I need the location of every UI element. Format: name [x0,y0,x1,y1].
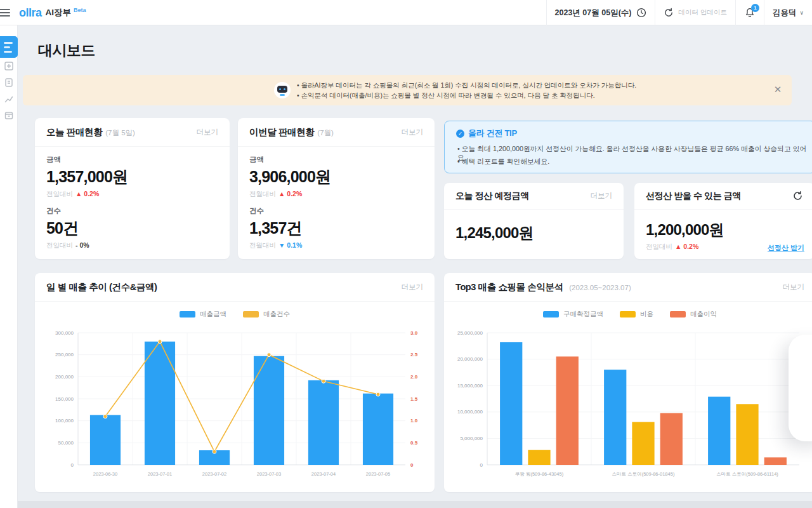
card-title: 오늘 정산 예정금액 [455,190,529,202]
sidebar-item-dashboard-active[interactable] [0,36,18,58]
notice-banner: • 올라AI장부 데이터는 각 쇼핑몰의 최근(최소 월 1회) 수집 시점의 … [23,75,792,105]
svg-text:0.5: 0.5 [410,440,418,446]
svg-text:스마트 스토어(509-86-61114): 스마트 스토어(509-86-61114) [716,471,778,477]
refresh-icon [664,8,674,18]
current-date-item: 2023년 07월 05일(수) [546,0,655,25]
sidebar [0,25,18,508]
chart-legend: 매출금액매출건수 [35,310,435,319]
svg-text:0: 0 [480,462,483,468]
svg-text:3.0: 3.0 [410,330,418,336]
svg-text:2023-07-04: 2023-07-04 [311,471,336,477]
sidebar-chart-icon[interactable] [4,94,14,104]
svg-text:15,000,000: 15,000,000 [457,383,483,389]
page-title: 대시보드 [38,41,95,60]
app-logo: ollra AI장부 Beta [19,0,86,25]
daily-sales-chart: 050,000100,000150,000200,000250,000300,0… [41,324,428,484]
today-sales-card: 오늘 판매현황(7월 5일) 더보기 금액 1,357,000원 전일대비▲ 0… [35,118,230,259]
chart-legend: 구매확정금액비용매출이익 [444,310,812,319]
svg-text:20,000,000: 20,000,000 [457,356,483,362]
amount-diff: 전월대비▲ 0.2% [249,190,423,199]
advance-amount: 1,200,000원 [634,211,812,240]
banner-line-2: • 손익분석 데이터(매출/비용)는 쇼핑몰 별 정산 시점에 따라 변경될 수… [297,90,636,100]
svg-text:100,000: 100,000 [55,418,74,424]
count-value: 50건 [46,218,218,239]
count-value: 1,357건 [249,218,423,239]
more-link[interactable]: 더보기 [197,128,219,137]
svg-text:0: 0 [71,462,74,468]
daily-sales-chart-card: 일 별 매출 추이 (건수&금액) 더보기 매출금액매출건수 050,00010… [35,273,435,492]
svg-text:10,000,000: 10,000,000 [457,409,483,415]
chart-title: 일 별 매출 추이 (건수&금액) [46,281,157,293]
svg-text:250,000: 250,000 [55,352,74,358]
amount-value: 3,906,000원 [249,166,423,187]
notification-badge: 1 [751,4,759,12]
svg-text:2023-07-05: 2023-07-05 [366,471,390,477]
advance-settlement-card: 선정산 받을 수 있는 금액 1,200,000원 전일대비▲ 0.2% 선정산… [634,183,812,259]
sidebar-ledger-icon[interactable] [4,61,14,71]
svg-text:스마트 스토어(509-86-01845): 스마트 스토어(509-86-01845) [612,471,675,477]
legend-item: 매출이익 [670,310,717,319]
more-link[interactable]: 더보기 [591,191,613,201]
sidebar-archive-icon[interactable] [4,110,14,121]
amount-diff: 전일대비▲ 0.2% [46,190,218,199]
robot-icon [274,82,291,98]
settlement-amount: 1,245,000원 [444,211,624,243]
user-menu[interactable]: 김용덕 ∨ [764,0,812,25]
top3-profit-chart: 05,000,00010,000,00015,000,00020,000,000… [450,324,808,484]
data-update-button[interactable]: 데이터 업데이트 [655,0,735,25]
notifications-button[interactable]: 1 [735,0,764,25]
clock-icon [636,8,646,18]
svg-text:1.0: 1.0 [410,418,418,424]
month-sales-card: 이번달 판매현황(7월) 더보기 금액 3,906,000원 전월대비▲ 0.2… [238,118,435,259]
product-name: AI장부 [46,7,72,18]
svg-text:150,000: 150,000 [55,396,74,402]
refresh-icon[interactable] [792,190,803,201]
logo-text: ollra [19,6,42,20]
settlement-today-card: 오늘 정산 예정금액 더보기 1,245,000원 [444,183,624,259]
user-name: 김용덕 [773,8,797,18]
svg-text:25,000,000: 25,000,000 [457,330,483,336]
close-icon[interactable]: ✕ [771,83,784,96]
card-subtitle: (7월) [317,129,334,137]
legend-item: 비용 [620,310,653,319]
card-title: 오늘 판매현황 [46,127,102,137]
svg-text:2.0: 2.0 [410,374,418,380]
count-label: 건수 [46,206,218,216]
tip-box: ✓ 올라 건전 TIP • 오늘 최대 1,200,000원까지 선정산이 가능… [444,121,812,173]
tip-bullet-2: • 혜택 리포트를 확인해보세요. [457,157,549,166]
more-link[interactable]: 더보기 [402,128,424,137]
card-title: 선정산 받을 수 있는 금액 [646,190,741,202]
amount-label: 금액 [46,155,218,164]
svg-text:2.5: 2.5 [410,352,418,358]
data-update-label: 데이터 업데이트 [678,8,726,17]
svg-text:2023-07-03: 2023-07-03 [257,471,281,477]
svg-text:0: 0 [410,462,414,468]
floating-widget-button[interactable] [789,335,812,441]
amount-value: 1,357,000원 [46,166,218,187]
top3-profit-chart-card: Top3 매출 쇼핑몰 손익분석 (2023.05~2023.07) 더보기 구… [444,273,812,492]
bottom-edge [0,501,812,508]
card-subtitle: (7월 5일) [105,129,135,137]
hamburger-menu-icon[interactable] [0,7,10,17]
count-label: 건수 [249,206,423,216]
svg-text:5,000,000: 5,000,000 [460,436,483,441]
chart-title: Top3 매출 쇼핑몰 손익분석 [455,282,563,292]
count-diff: 전일대비- 0% [46,241,218,250]
svg-text:1.5: 1.5 [410,396,418,402]
svg-text:2023-07-02: 2023-07-02 [202,471,226,477]
top-bar: ollra AI장부 Beta 2023년 07월 05일(수) 데이터 업데이… [0,0,812,25]
legend-item: 매출건수 [243,310,290,319]
more-link[interactable]: 더보기 [783,283,805,292]
advance-settlement-link[interactable]: 선정산 받기 [768,243,804,253]
legend-item: 매출금액 [180,310,226,319]
more-link[interactable]: 더보기 [402,283,424,292]
current-date: 2023년 07월 05일(수) [555,8,632,18]
card-title: 이번달 판매현황 [249,127,314,137]
svg-text:2023-06-30: 2023-06-30 [93,471,117,477]
tip-check-icon: ✓ [456,130,464,138]
sidebar-document-icon[interactable] [4,77,14,88]
svg-text:200,000: 200,000 [55,374,74,380]
chart-period: (2023.05~2023.07) [569,284,631,291]
count-diff: 전월대비▼ 0.1% [249,241,423,250]
tip-title: 올라 건전 TIP [468,128,517,139]
